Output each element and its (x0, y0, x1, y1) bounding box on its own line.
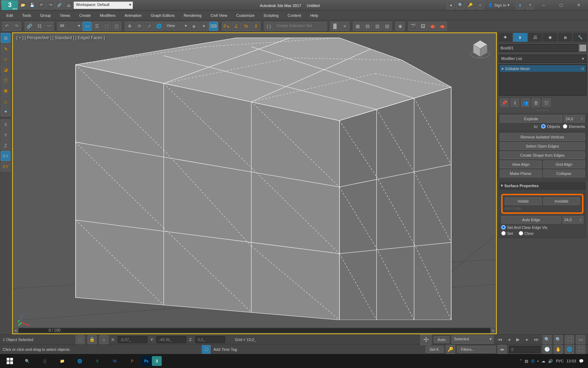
time-tag-icon[interactable]: ⬡ (202, 345, 211, 354)
help-icon[interactable]: ? (526, 1, 534, 9)
tray-up-icon[interactable]: ˄ (520, 359, 522, 363)
zoom-all-button[interactable]: 🔍 (554, 335, 563, 344)
link-button[interactable]: 🔗 (25, 22, 34, 31)
vertex-subobj-button[interactable]: ⬊ (1, 43, 10, 53)
zoom-button[interactable]: 🔍 (542, 335, 552, 344)
y-coord-input[interactable] (156, 336, 186, 343)
mirror-button[interactable]: ▐▌ (330, 22, 340, 31)
viewcube[interactable] (468, 37, 492, 61)
make-unique-button[interactable]: 👥 (521, 98, 530, 107)
object-color-swatch[interactable] (579, 44, 587, 52)
modifier-list-dropdown[interactable]: Modifier List▾ (499, 55, 587, 63)
remove-modifier-button[interactable]: 🗑 (532, 98, 540, 107)
tray-notifications-icon[interactable]: 💬 (579, 359, 584, 363)
spinner-snap-button[interactable]: ⇕ (251, 22, 260, 31)
tray-language[interactable]: РУС (556, 359, 564, 363)
search-icon[interactable]: 🔍 (456, 1, 465, 9)
keyboard-shortcut-button[interactable]: ⌨ (209, 22, 218, 31)
poly-subobj-button[interactable]: ◫ (1, 75, 10, 85)
explode-value-spinner[interactable]: 24,0 (564, 115, 585, 123)
slider-next-button[interactable]: > (490, 328, 496, 333)
curve-editor-button[interactable]: ▥ (373, 22, 382, 31)
key-mode-icon[interactable]: 🔑 (446, 345, 455, 354)
angle-snap-button[interactable]: ∠ (232, 22, 241, 31)
selection-lock-icon[interactable]: ⬚ (76, 335, 85, 344)
redo-icon[interactable]: ↷ (46, 1, 55, 9)
explode-objects-radio[interactable]: Objects (541, 124, 560, 129)
workspace-selector[interactable]: Workspace: Default (74, 1, 133, 9)
powerpoint-icon[interactable]: P (124, 355, 141, 367)
modifier-item-editable-mesh[interactable]: ▸ Editable Mesh ◁ (500, 65, 586, 72)
remove-isolated-button[interactable]: Remove Isolated Vertices (500, 133, 585, 141)
display-tab[interactable]: 🖥 (558, 33, 572, 42)
chrome-icon[interactable]: 🌐 (71, 355, 88, 367)
menu-rendering[interactable]: Rendering (180, 12, 206, 19)
key-filters-button[interactable]: Filters... (457, 346, 496, 353)
start-button[interactable] (1, 355, 18, 367)
tray-onedrive-icon[interactable]: ☁ (541, 359, 545, 363)
slider-prev-button[interactable]: < (13, 328, 19, 333)
snap-point-button[interactable]: ✦ (1, 107, 10, 116)
view-align-button[interactable]: View Align (500, 161, 542, 168)
scale-button[interactable]: ⤢ (145, 22, 154, 31)
schematic-view-button[interactable]: ▧ (383, 22, 392, 31)
axis-xy2-button[interactable]: XY (1, 162, 10, 171)
key-icon[interactable]: 🔑 (466, 1, 475, 9)
isolate-icon[interactable]: ◂▸ (498, 345, 507, 354)
exchange-icon[interactable]: X (516, 1, 524, 9)
minimize-button[interactable]: ─ (536, 0, 552, 10)
menu-tools[interactable]: Tools (18, 12, 35, 19)
select-name-button[interactable]: ☰ (92, 22, 102, 31)
pivot-center-button[interactable]: ◈ (189, 22, 198, 31)
utilities-tab[interactable]: 🔧 (573, 33, 587, 42)
sign-in[interactable]: 👤 Sign In ▾ (486, 3, 512, 7)
material-editor-button[interactable]: ◉ (396, 22, 405, 31)
placement-button[interactable]: 🌐 (154, 22, 163, 31)
grid-align-button[interactable]: Grid Align (543, 161, 585, 168)
play-button[interactable]: ▶ (514, 335, 522, 344)
object-name-input[interactable] (499, 44, 578, 52)
panel-drag-handle[interactable]: ┅┅┅┅ (497, 108, 588, 113)
time-slider[interactable]: < 0 / 100 > (13, 328, 496, 333)
make-planar-button[interactable]: Make Planar (500, 170, 542, 177)
x-coord-input[interactable] (118, 336, 147, 343)
axis-xy-button[interactable]: XY (1, 151, 10, 161)
tray-volume-icon[interactable]: 🔊 (548, 359, 553, 363)
3dsmax-taskbar-icon[interactable]: 3 (152, 356, 162, 366)
auto-edge-button[interactable]: Auto Edge (501, 216, 561, 224)
viewport[interactable]: [ + ] [ Perspective ] [ Standard ] [ Edg… (12, 32, 497, 334)
set-key-button[interactable]: Set K. (426, 346, 444, 353)
modifier-stack[interactable]: ▸ Editable Mesh ◁ (499, 64, 587, 96)
ref-coord-system[interactable]: View (164, 22, 189, 30)
bind-spacewarp-icon[interactable]: 〰 (44, 22, 54, 31)
render-setup-button[interactable]: 🎬 (408, 22, 418, 31)
menu-edit[interactable]: Edit (2, 12, 17, 19)
project-icon[interactable]: 🗂 (64, 1, 73, 9)
menu-create[interactable]: Create (75, 12, 95, 19)
add-time-tag-button[interactable]: Add Time Tag (214, 347, 237, 352)
goto-end-button[interactable]: ⏭ (532, 335, 540, 344)
open-icon[interactable]: 📂 (19, 1, 27, 9)
unlink-button[interactable]: ⛓ (35, 22, 44, 31)
select-region-button[interactable]: ⬚ (102, 22, 111, 31)
next-frame-button[interactable]: ▸ (523, 335, 531, 344)
menu-content[interactable]: Content (284, 12, 306, 19)
task-view-button[interactable]: ░ (36, 355, 53, 367)
motion-tab[interactable]: ◉ (543, 33, 557, 42)
clear-radio[interactable]: Clear (519, 231, 534, 236)
visible-button[interactable]: Visible (505, 197, 542, 205)
select-object-button[interactable]: ▭ (83, 22, 92, 31)
viewport-label[interactable]: [ + ] [ Perspective ] [ Standard ] [ Edg… (16, 35, 105, 40)
set-clear-radio[interactable]: Set And Clear Edge Vis (501, 225, 583, 230)
tray-edge-icon[interactable]: ⓔ (531, 359, 535, 364)
border-subobj-button[interactable]: △ (1, 96, 10, 106)
surface-properties-header[interactable]: ▾ Surface Properties (499, 182, 586, 189)
file-explorer-icon[interactable]: 📁 (54, 355, 71, 367)
zoom-region-button[interactable]: ▭ (576, 335, 585, 344)
crosshair-icon[interactable]: ✛ (420, 334, 432, 345)
hierarchy-tab[interactable]: 品 (528, 33, 542, 42)
selection-set-input[interactable]: Create Selection Set (274, 22, 327, 30)
menu-customize[interactable]: Customize (232, 12, 259, 19)
pan-button[interactable]: ✋ (554, 345, 563, 354)
create-tab[interactable]: ✚ (498, 33, 512, 42)
